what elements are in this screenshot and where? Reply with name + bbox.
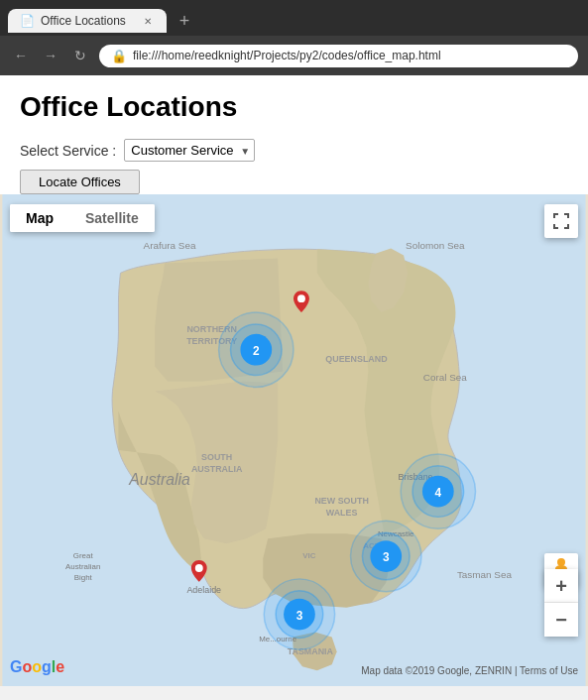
- tab-bar: 📄 Office Locations ✕ +: [0, 0, 588, 36]
- select-row: Select Service : Customer Service Techni…: [20, 139, 568, 162]
- solomon-sea-label: Solomon Sea: [406, 240, 465, 251]
- great-bight-label2: Australian: [65, 562, 100, 571]
- cluster-darwin-count: 2: [253, 344, 260, 358]
- svg-point-2: [195, 564, 203, 572]
- svg-point-3: [557, 558, 565, 566]
- queensland-label: QUEENSLAND: [325, 354, 388, 364]
- map-type-map-button[interactable]: Map: [10, 204, 69, 232]
- locate-offices-button[interactable]: Locate Offices: [20, 170, 140, 194]
- forward-button[interactable]: →: [40, 45, 61, 66]
- cluster-brisbane-count: 4: [435, 486, 442, 500]
- map-attribution: Map data ©2019 Google, ZENRIN | Terms of…: [361, 665, 578, 676]
- arafura-sea-label: Arafura Sea: [144, 240, 196, 251]
- address-text: file:///home/reedknight/Projects/py2/cod…: [133, 49, 441, 62]
- south-australia-label: SOUTH: [201, 452, 232, 462]
- zoom-out-button[interactable]: −: [544, 603, 578, 637]
- address-bar-row: ← → ↻ 🔒 file:///home/reedknight/Projects…: [0, 36, 588, 75]
- back-button[interactable]: ←: [10, 45, 32, 66]
- melbourne-label: Me...ourne: [259, 635, 296, 643]
- south-australia-label2: AUSTRALIA: [191, 464, 243, 474]
- great-bight-label3: Bight: [74, 573, 93, 582]
- google-logo-text: Google: [10, 658, 64, 675]
- great-bight-label1: Great: [73, 551, 94, 560]
- active-tab[interactable]: 📄 Office Locations ✕: [8, 9, 167, 33]
- browser-window: 📄 Office Locations ✕ + ← → ↻ 🔒 file:///h…: [0, 0, 588, 75]
- tab-close-button[interactable]: ✕: [141, 14, 155, 28]
- adelaide-label: Adelaide: [186, 585, 221, 595]
- reload-button[interactable]: ↻: [69, 45, 91, 66]
- address-field[interactable]: 🔒 file:///home/reedknight/Projects/py2/c…: [99, 45, 578, 67]
- select-label: Select Service :: [20, 143, 116, 159]
- service-select[interactable]: Customer Service Technical Support Sales…: [124, 139, 255, 162]
- page-title: Office Locations: [20, 91, 568, 123]
- attribution-text: Map data ©2019 Google, ZENRIN | Terms of…: [361, 665, 578, 676]
- map-type-controls: Map Satellite: [10, 204, 155, 232]
- tab-title: Office Locations: [41, 14, 126, 28]
- vic-label: VIC: [302, 551, 315, 560]
- fullscreen-button[interactable]: [544, 204, 578, 238]
- page-content: Office Locations Select Service : Custom…: [0, 75, 588, 194]
- fullscreen-icon: [552, 212, 570, 230]
- zoom-in-button[interactable]: +: [544, 569, 578, 603]
- australia-label: Australia: [128, 471, 190, 488]
- cluster-melbourne-count: 3: [296, 609, 303, 623]
- map-container: Arafura Sea Solomon Sea Coral Sea Tasman…: [0, 194, 588, 686]
- tab-page-icon: 📄: [20, 14, 35, 28]
- google-logo: Google: [10, 658, 64, 676]
- nsw-label2: WALES: [326, 508, 358, 518]
- new-tab-button[interactable]: +: [171, 7, 198, 35]
- svg-point-1: [297, 294, 305, 302]
- tasman-sea-label: Tasman Sea: [457, 569, 513, 580]
- zoom-controls: + −: [544, 569, 578, 637]
- map-svg: Arafura Sea Solomon Sea Coral Sea Tasman…: [0, 194, 588, 686]
- cluster-sydney-count: 3: [383, 550, 390, 564]
- coral-sea-label: Coral Sea: [423, 372, 468, 383]
- nsw-label: NEW SOUTH: [314, 496, 368, 506]
- map-type-satellite-button[interactable]: Satellite: [69, 204, 155, 232]
- service-select-wrapper: Customer Service Technical Support Sales…: [124, 139, 255, 162]
